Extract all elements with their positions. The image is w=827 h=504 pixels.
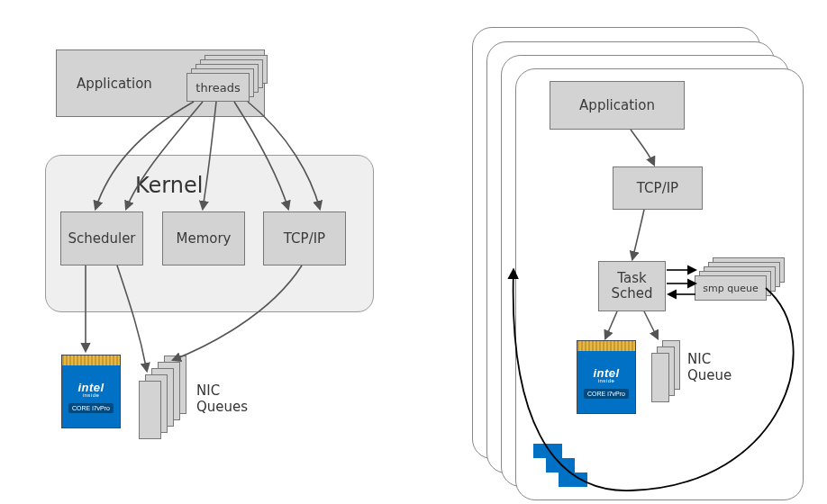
intel-core-text: CORE i7vPro	[68, 403, 114, 413]
task-sched-label: Task Sched	[611, 271, 652, 302]
memory-box: Memory	[162, 212, 245, 266]
right-application-label: Application	[579, 97, 655, 113]
memory-label: Memory	[176, 230, 231, 247]
kernel-title: Kernel	[135, 173, 203, 198]
intel-badge-right: intel inside CORE i7vPro	[577, 340, 636, 414]
nic-queues-frame	[139, 381, 161, 439]
intel-gold-strip	[577, 341, 635, 351]
intel-inside-text: inside	[598, 378, 615, 383]
intel-core-text: CORE i7vPro	[584, 389, 629, 399]
scheduler-box: Scheduler	[60, 212, 143, 266]
replica-intel-sliver	[533, 444, 562, 458]
left-application-label: Application	[77, 76, 152, 92]
nic-queue-frame	[651, 353, 669, 402]
smp-queue-label: smp queue	[703, 283, 758, 294]
threads-label: threads	[195, 81, 240, 94]
nic-queue-label: NIC Queue	[687, 351, 732, 383]
right-tcpip-box: TCP/IP	[613, 166, 703, 210]
intel-badge-left: intel inside CORE i7vPro	[61, 355, 121, 428]
smp-queue-front: smp queue	[695, 275, 767, 301]
replica-intel-sliver	[546, 458, 575, 472]
right-application-box: Application	[550, 81, 685, 130]
threads-stack-front: threads	[186, 73, 250, 102]
nic-queues-label: NIC Queues	[196, 382, 248, 415]
replica-intel-sliver	[559, 472, 587, 487]
intel-gold-strip	[62, 356, 120, 365]
left-tcpip-box: TCP/IP	[263, 212, 346, 266]
intel-inside-text: inside	[83, 392, 100, 398]
scheduler-label: Scheduler	[68, 230, 135, 247]
right-tcpip-label: TCP/IP	[637, 180, 678, 196]
task-sched-box: Task Sched	[598, 261, 666, 311]
left-tcpip-label: TCP/IP	[284, 230, 325, 247]
